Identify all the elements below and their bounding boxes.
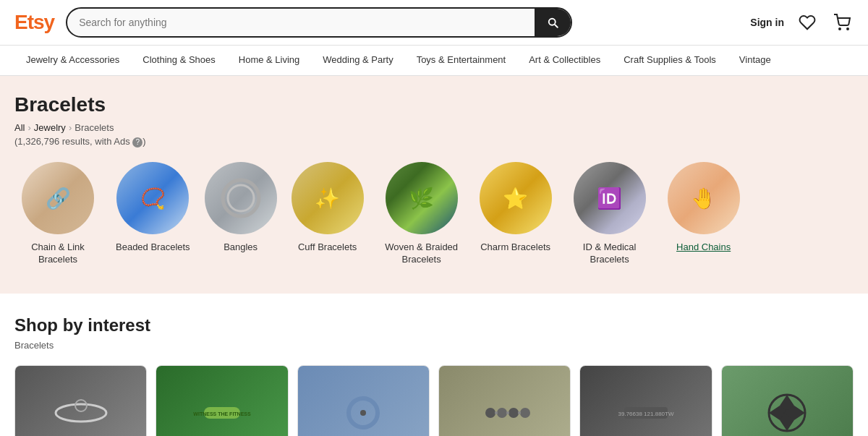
category-label-id: ID & Medical Bracelets <box>566 241 653 266</box>
shop-by-interest-section: Shop by interest Bracelets Minimalist WI… <box>0 294 868 436</box>
interest-image-minimalist <box>15 366 146 436</box>
breadcrumb-sep-1: › <box>27 122 30 133</box>
svg-point-12 <box>509 408 519 418</box>
nav-item-jewelry[interactable]: Jewelry & Accessories <box>14 46 131 75</box>
category-label-beaded: Beaded Bracelets <box>116 241 190 254</box>
svg-point-0 <box>839 28 841 30</box>
interest-image-meditation <box>439 366 570 436</box>
interest-card-minimalist[interactable]: Minimalist <box>14 365 147 436</box>
svg-point-11 <box>497 408 507 418</box>
help-icon[interactable]: ? <box>132 137 142 148</box>
interest-image-macrame: WITNESS THE FITNESS <box>156 366 287 436</box>
search-bar <box>66 7 572 38</box>
categories-row: 🔗 Chain & Link Bracelets 📿 Beaded Bracel… <box>14 162 854 272</box>
hero-section: Bracelets All › Jewelry › Bracelets (1,3… <box>0 76 868 294</box>
category-id-medical[interactable]: 🆔 ID & Medical Bracelets <box>566 162 653 266</box>
cart-button[interactable] <box>830 11 854 34</box>
svg-point-1 <box>847 28 848 30</box>
breadcrumb-current: Bracelets <box>75 122 114 133</box>
svg-point-10 <box>485 408 495 418</box>
category-label-cuff: Cuff Bracelets <box>298 241 357 254</box>
results-info: (1,326,796 results, with Ads ?) <box>14 136 854 148</box>
category-label-bangles: Bangles <box>224 241 258 254</box>
nav-item-clothing[interactable]: Clothing & Shoes <box>131 46 226 75</box>
yoga-bracelet-icon <box>334 384 392 436</box>
shop-by-interest-title: Shop by interest <box>14 315 854 335</box>
interest-image-music: 39.76638 121.880TW <box>580 366 711 436</box>
nav-item-home[interactable]: Home & Living <box>227 46 312 75</box>
svg-text:WITNESS THE FITNESS: WITNESS THE FITNESS <box>193 411 251 416</box>
bangles-icon <box>219 176 263 220</box>
svg-point-15 <box>506 411 509 414</box>
etsy-logo[interactable]: Etsy <box>14 11 54 34</box>
interest-image-yoga <box>298 366 429 436</box>
category-circle-woven: 🌿 <box>386 162 458 234</box>
breadcrumb: All › Jewelry › Bracelets <box>14 122 854 133</box>
category-bangles[interactable]: Bangles <box>205 162 277 266</box>
category-label-hand: Hand Chains <box>676 241 731 254</box>
category-circle-charm: ⭐ <box>480 162 552 234</box>
svg-point-9 <box>360 410 366 416</box>
svg-text:39.76638 121.880TW: 39.76638 121.880TW <box>618 411 674 417</box>
category-cuff[interactable]: ✨ Cuff Bracelets <box>292 162 364 266</box>
meditation-bracelet-icon <box>476 384 534 436</box>
category-label-charm: Charm Bracelets <box>480 241 550 254</box>
header: Etsy Sign in <box>0 0 868 46</box>
category-circle-beaded: 📿 <box>116 162 189 234</box>
search-icon <box>546 16 559 29</box>
favorites-button[interactable] <box>796 11 819 34</box>
interest-card-yoga[interactable]: Yoga <box>297 365 430 436</box>
svg-point-14 <box>495 411 498 414</box>
interest-card-soccer[interactable]: Soccer <box>721 365 854 436</box>
category-circle-id: 🆔 <box>574 162 646 234</box>
category-circle-hand: 🤚 <box>668 162 740 234</box>
interest-image-soccer <box>722 366 853 436</box>
svg-point-13 <box>520 408 530 418</box>
svg-point-3 <box>228 185 254 211</box>
heart-icon <box>799 14 816 31</box>
svg-point-4 <box>56 404 106 422</box>
soccer-bracelet-icon <box>758 384 816 436</box>
category-hand-chains[interactable]: 🤚 Hand Chains <box>668 162 740 266</box>
nav-item-art[interactable]: Art & Collectibles <box>517 46 612 75</box>
nav-item-wedding[interactable]: Wedding & Party <box>311 46 404 75</box>
main-nav: Jewelry & Accessories Clothing & Shoes H… <box>0 46 868 76</box>
music-bracelet-icon: 39.76638 121.880TW <box>617 384 675 436</box>
category-circle-chain: 🔗 <box>22 162 94 234</box>
shop-by-interest-subtitle: Bracelets <box>14 340 854 351</box>
search-button[interactable] <box>535 9 571 36</box>
category-label-chain: Chain & Link Bracelets <box>14 241 101 266</box>
header-actions: Sign in <box>750 11 854 34</box>
interest-card-meditation[interactable]: Meditation <box>438 365 571 436</box>
breadcrumb-jewelry[interactable]: Jewelry <box>34 122 66 133</box>
svg-point-5 <box>75 400 87 411</box>
cart-icon <box>833 14 851 31</box>
sign-in-button[interactable]: Sign in <box>750 17 784 28</box>
category-chain-link[interactable]: 🔗 Chain & Link Bracelets <box>14 162 101 266</box>
category-charm[interactable]: ⭐ Charm Bracelets <box>480 162 552 266</box>
nav-item-toys[interactable]: Toys & Entertainment <box>405 46 518 75</box>
search-input[interactable] <box>67 9 535 35</box>
interest-card-macrame[interactable]: WITNESS THE FITNESS Macrame <box>156 365 288 436</box>
minimalist-bracelet-icon <box>52 384 110 436</box>
macrame-bracelet-icon: WITNESS THE FITNESS <box>193 384 251 436</box>
category-beaded[interactable]: 📿 Beaded Bracelets <box>116 162 190 266</box>
interest-card-music[interactable]: 39.76638 121.880TW Music <box>579 365 712 436</box>
svg-point-16 <box>518 411 521 414</box>
category-circle-cuff: ✨ <box>292 162 364 234</box>
interest-grid: Minimalist WITNESS THE FITNESS Macrame Y… <box>14 365 854 436</box>
page-title: Bracelets <box>14 93 854 116</box>
breadcrumb-sep-2: › <box>69 122 72 133</box>
nav-item-vintage[interactable]: Vintage <box>728 46 783 75</box>
breadcrumb-all[interactable]: All <box>14 122 25 133</box>
nav-item-craft[interactable]: Craft Supplies & Tools <box>612 46 728 75</box>
category-circle-bangles <box>205 162 277 234</box>
category-label-woven: Woven & Braided Bracelets <box>378 241 465 266</box>
category-woven[interactable]: 🌿 Woven & Braided Bracelets <box>378 162 465 266</box>
